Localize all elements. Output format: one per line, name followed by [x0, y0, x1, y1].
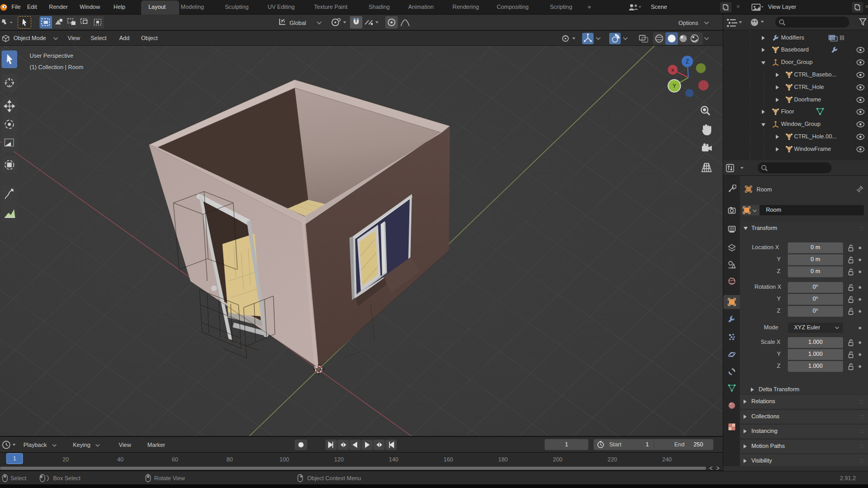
svg-text:Y: Y	[673, 83, 676, 89]
svg-text:X: X	[671, 68, 674, 73]
svg-text:Z: Z	[686, 59, 689, 65]
